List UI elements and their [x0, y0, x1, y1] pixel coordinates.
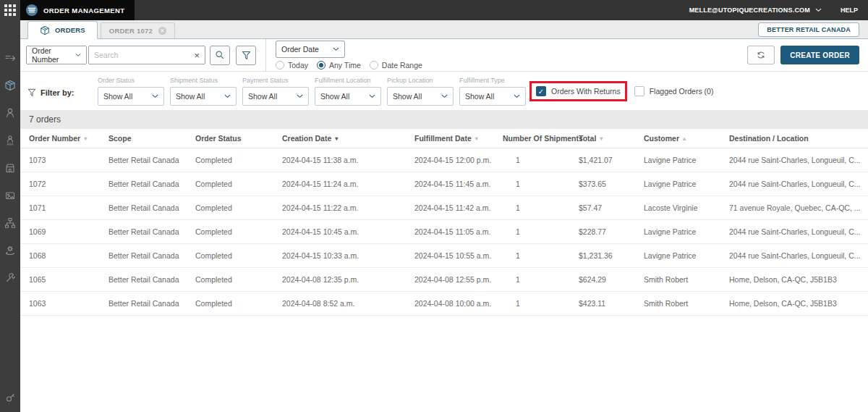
- column-label: Order Status: [195, 134, 242, 143]
- tab-orders[interactable]: ORDERS: [27, 21, 98, 39]
- filter-select-pickup-location[interactable]: Show All: [387, 87, 454, 106]
- cell-fulfillment_date: 2024-04-15 11:42 a.m.: [414, 203, 503, 212]
- cell-fulfillment_date: 2024-04-08 10:00 a.m.: [414, 299, 503, 308]
- filter-select-fulfillment-location[interactable]: Show All: [315, 87, 381, 106]
- order-row[interactable]: 1065Better Retail CanadaCompleted2024-04…: [20, 268, 868, 292]
- order-row[interactable]: 1073Better Retail CanadaCompleted2024-04…: [20, 148, 868, 172]
- services-icon[interactable]: [3, 245, 17, 256]
- filter-dropdown-group: Payment Status Show All: [242, 77, 309, 106]
- scope-selector-button[interactable]: BETTER RETAIL CANADA: [758, 22, 859, 37]
- locations-hierarchy-icon[interactable]: [3, 217, 17, 229]
- filter-dropdown-group: Fulfillment Location Show All: [315, 77, 381, 106]
- filter-select-fulfillment-type[interactable]: Show All: [459, 87, 526, 106]
- sort-desc-icon: ▾: [84, 135, 87, 142]
- column-header-order_number[interactable]: Order Number▾: [29, 134, 109, 143]
- radio-label: Today: [288, 61, 308, 70]
- cell-scope: Better Retail Canada: [109, 180, 195, 188]
- radio-date-range[interactable]: Date Range: [370, 61, 422, 70]
- filter-select-shipment-status[interactable]: Show All: [170, 87, 237, 106]
- customer-groups-icon[interactable]: AAA: [3, 135, 17, 146]
- cell-customer: Smith Robert: [644, 299, 729, 308]
- orders-with-returns-checkbox[interactable]: [536, 86, 546, 96]
- column-header-customer[interactable]: Customer▴: [644, 134, 729, 143]
- cell-order_number: 1073: [29, 156, 109, 164]
- filter-dropdown-label: Payment Status: [242, 77, 309, 84]
- toolbar-divider: [265, 39, 266, 71]
- radio-label: Any Time: [329, 61, 361, 70]
- filter-by-text: Filter by:: [41, 88, 74, 97]
- cell-destination_location: 2044 rue Saint-Charles, Longueuil, C...: [729, 227, 868, 236]
- help-link[interactable]: HELP: [841, 7, 858, 14]
- stores-icon[interactable]: [3, 162, 17, 174]
- cell-destination_location: 71 avenue Royale, Quebec, CA-QC, ...: [729, 203, 868, 212]
- order-row[interactable]: 1063Better Retail CanadaCompleted2024-04…: [20, 292, 868, 316]
- flagged-orders-group: Flagged Orders (0): [634, 86, 714, 96]
- flagged-orders-checkbox[interactable]: [634, 86, 644, 96]
- date-field-select[interactable]: Order Date: [276, 41, 345, 58]
- cell-customer: Lavigne Patrice: [644, 251, 729, 260]
- order-row[interactable]: 1072Better Retail CanadaCompleted2024-04…: [20, 172, 868, 196]
- cell-total: $423.11: [579, 299, 644, 308]
- chevron-down-icon: [224, 94, 231, 98]
- user-chevron-down-icon[interactable]: [815, 8, 822, 12]
- search-field-wrap: ×: [88, 46, 205, 64]
- orders-with-returns-highlight: Orders With Returns: [529, 81, 627, 101]
- column-header-total[interactable]: Total▾: [579, 134, 644, 143]
- cell-order_status: Completed: [195, 156, 282, 164]
- refresh-button[interactable]: [747, 46, 775, 64]
- chevron-down-icon: [369, 94, 375, 98]
- cell-order_number: 1069: [29, 227, 109, 236]
- close-tab-icon[interactable]: ✕: [158, 27, 166, 35]
- filter-bar: Filter by: Order Status Show All Shipmen…: [20, 71, 868, 110]
- cell-order_status: Completed: [195, 180, 282, 188]
- column-header-creation_date[interactable]: Creation Date▾: [282, 134, 414, 143]
- order-date-filter-group: Order Date Today Any Time Date Range: [276, 41, 422, 70]
- search-toolbar: Order Number × Order Date Today Any Time…: [20, 39, 868, 71]
- column-label: Fulfillment Date: [414, 134, 472, 143]
- filter-dropdown-value: Show All: [103, 92, 132, 101]
- cell-order_status: Completed: [195, 203, 282, 212]
- expand-menu-icon[interactable]: [3, 52, 17, 64]
- user-email-menu[interactable]: MELLE@UTOPIQUECREATIONS.COM: [689, 7, 810, 14]
- key-icon[interactable]: [3, 392, 17, 403]
- tab-label: ORDER 1072: [109, 27, 153, 35]
- cell-order_number: 1068: [29, 251, 109, 260]
- customers-icon[interactable]: [3, 107, 17, 119]
- radio-today[interactable]: Today: [276, 61, 308, 70]
- cell-creation_date: 2024-04-15 11:38 a.m.: [282, 156, 414, 164]
- cell-order_number: 1071: [29, 203, 109, 212]
- results-count: 7 orders: [29, 114, 61, 125]
- order-row[interactable]: 1068Better Retail CanadaCompleted2024-04…: [20, 244, 868, 268]
- column-header-scope[interactable]: Scope: [109, 134, 195, 143]
- column-header-number_of_shipments[interactable]: Number Of Shipments: [503, 134, 579, 143]
- media-icon[interactable]: [3, 190, 17, 201]
- column-header-fulfillment_date[interactable]: Fulfillment Date▾: [414, 134, 503, 143]
- column-header-destination_location[interactable]: Destination / Location: [729, 134, 868, 143]
- filter-dropdown-label: Fulfillment Type: [459, 77, 526, 84]
- order-row[interactable]: 1069Better Retail CanadaCompleted2024-04…: [20, 220, 868, 244]
- clear-search-icon[interactable]: ×: [191, 51, 200, 60]
- search-button[interactable]: [210, 46, 230, 65]
- search-type-value: Order Number: [32, 46, 75, 64]
- cell-number_of_shipments: 1: [503, 275, 579, 284]
- radio-any-time[interactable]: Any Time: [317, 61, 361, 70]
- cell-creation_date: 2024-04-15 10:45 a.m.: [282, 227, 414, 236]
- search-type-select[interactable]: Order Number: [26, 46, 87, 64]
- sort-desc-icon: ▾: [475, 135, 478, 142]
- create-order-button[interactable]: CREATE ORDER: [780, 46, 859, 64]
- tab-label: ORDERS: [55, 26, 85, 34]
- orders-box-icon[interactable]: [3, 80, 17, 91]
- cell-fulfillment_date: 2024-04-15 12:00 p.m.: [414, 156, 503, 164]
- search-icon: [215, 50, 225, 60]
- tab-order-1072[interactable]: ORDER 1072 ✕: [101, 22, 175, 38]
- filter-select-payment-status[interactable]: Show All: [242, 87, 309, 106]
- column-label: Creation Date: [282, 134, 331, 143]
- app-launcher-icon[interactable]: [0, 0, 20, 20]
- cell-destination_location: 2044 rue Saint-Charles, Longueuil, C...: [729, 251, 868, 260]
- filter-select-order-status[interactable]: Show All: [98, 87, 164, 106]
- search-input[interactable]: [94, 51, 191, 59]
- tools-wrench-icon[interactable]: [3, 272, 17, 284]
- advanced-filter-button[interactable]: [236, 46, 256, 65]
- column-header-order_status[interactable]: Order Status: [195, 134, 282, 143]
- order-row[interactable]: 1071Better Retail CanadaCompleted2024-04…: [20, 196, 868, 220]
